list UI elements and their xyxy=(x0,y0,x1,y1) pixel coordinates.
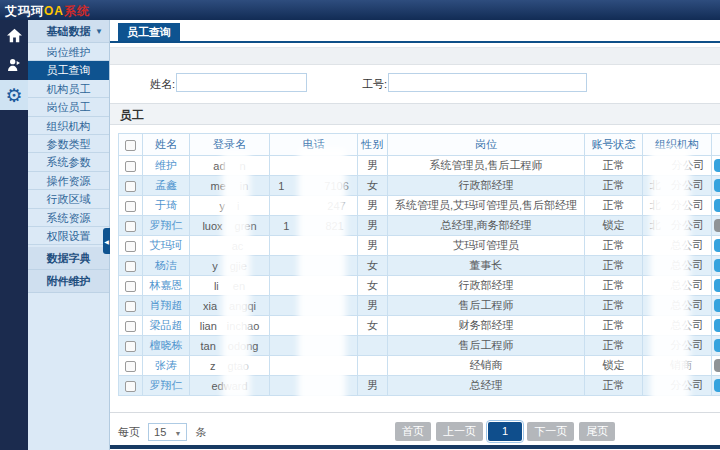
table-row: 杨洁ygjie女董事长正常总公司 xyxy=(119,256,720,276)
censored-gap xyxy=(662,368,670,369)
row-action-button[interactable] xyxy=(714,239,720,252)
sidebar-item[interactable]: 系统参数 xyxy=(28,153,109,171)
employee-name-link[interactable]: 罗翔仁 xyxy=(150,379,183,391)
row-checkbox[interactable] xyxy=(125,341,136,352)
row-action-button[interactable] xyxy=(714,199,720,212)
unit-label: 条 xyxy=(195,426,206,438)
login-visible-suffix: gjie xyxy=(230,260,247,272)
sidebar-item[interactable]: 操作资源 xyxy=(28,172,109,190)
row-action-button[interactable] xyxy=(714,299,720,312)
row-select-cell xyxy=(119,296,143,316)
status-cell: 正常 xyxy=(585,236,643,256)
row-action-button[interactable] xyxy=(714,339,720,352)
row-action-button[interactable] xyxy=(714,179,720,192)
employee-name-link[interactable]: 艾玛珂 xyxy=(150,239,183,251)
employee-name-link[interactable]: 梁品超 xyxy=(150,319,183,331)
sidebar-group-attachment[interactable]: 附件维护 xyxy=(28,270,109,293)
organization-cell: 分公司 xyxy=(643,336,712,356)
home-icon[interactable] xyxy=(0,20,28,50)
actions-cell xyxy=(712,376,720,396)
sidebar-item[interactable]: 员工查询 xyxy=(28,61,109,79)
login-visible-prefix: luox xyxy=(202,220,222,232)
employee-no-input[interactable] xyxy=(388,73,587,92)
employee-name-link[interactable]: 维护 xyxy=(155,159,177,171)
row-checkbox[interactable] xyxy=(125,361,136,372)
row-action-button[interactable] xyxy=(714,219,720,232)
employee-name-link[interactable]: 杨洁 xyxy=(155,259,177,271)
employee-name-link[interactable]: 于琦 xyxy=(155,199,177,211)
row-checkbox[interactable] xyxy=(125,321,136,332)
select-all-checkbox[interactable] xyxy=(125,140,136,151)
employee-name-link[interactable]: 肖翔超 xyxy=(150,299,183,311)
page-button[interactable]: 上一页 xyxy=(436,422,483,441)
row-checkbox[interactable] xyxy=(125,181,136,192)
page-button[interactable]: 1 xyxy=(488,422,522,441)
sidebar-item[interactable]: 权限设置 xyxy=(28,227,109,245)
row-checkbox[interactable] xyxy=(125,201,136,212)
row-checkbox[interactable] xyxy=(125,381,136,392)
sidebar-item[interactable]: 系统资源 xyxy=(28,209,109,227)
phone-visible-suffix: 7106 xyxy=(324,180,348,192)
censored-gap xyxy=(651,388,671,389)
row-action-button[interactable] xyxy=(714,379,720,392)
login-visible-prefix: y xyxy=(212,260,218,272)
row-action-button[interactable] xyxy=(714,359,720,372)
user-switch-icon[interactable] xyxy=(0,50,28,80)
gender-cell xyxy=(358,356,388,376)
row-action-button[interactable] xyxy=(714,259,720,272)
employee-name-link[interactable]: 林嘉恩 xyxy=(150,279,183,291)
row-action-button[interactable] xyxy=(714,279,720,292)
phone-visible-prefix: 1 xyxy=(283,220,289,232)
employee-name-link[interactable]: 罗翔仁 xyxy=(150,219,183,231)
select-arrow-icon: ▼ xyxy=(174,430,181,437)
settings-gear-icon[interactable]: ⚙ xyxy=(0,80,28,110)
page-button[interactable]: 尾页 xyxy=(579,422,615,441)
sidebar-item[interactable]: 行政区域 xyxy=(28,190,109,208)
tab-employee-query[interactable]: 员工查询 xyxy=(118,23,180,41)
row-checkbox[interactable] xyxy=(125,281,136,292)
censored-gap xyxy=(219,289,233,290)
row-checkbox[interactable] xyxy=(125,161,136,172)
name-cell: 杨洁 xyxy=(143,256,190,276)
login-visible-prefix: xia xyxy=(203,300,217,312)
sidebar-item[interactable]: 岗位维护 xyxy=(28,43,109,61)
row-action-button[interactable] xyxy=(714,319,720,332)
censored-gap xyxy=(216,249,232,250)
login-visible-prefix: edward xyxy=(211,380,247,392)
sidebar-item[interactable]: 组织机构 xyxy=(28,117,109,135)
org-visible-suffix: 分公司 xyxy=(671,179,704,191)
employee-name-link[interactable]: 檀晓栋 xyxy=(150,339,183,351)
page-button[interactable]: 首页 xyxy=(395,422,431,441)
row-select-cell xyxy=(119,316,143,336)
page-size-select[interactable]: 15 ▼ xyxy=(148,423,187,441)
org-visible-suffix: 总公司 xyxy=(671,299,704,311)
row-checkbox[interactable] xyxy=(125,301,136,312)
employee-name-link[interactable]: 张涛 xyxy=(155,359,177,371)
login-visible-suffix: i xyxy=(237,200,239,212)
position-cell: 艾玛珂管理员 xyxy=(388,236,585,256)
login-visible-prefix: y xyxy=(220,200,226,212)
per-page-label: 每页 xyxy=(118,426,140,438)
row-checkbox[interactable] xyxy=(125,221,136,232)
row-action-button[interactable] xyxy=(714,159,720,172)
sidebar-item[interactable]: 机构员工 xyxy=(28,80,109,98)
name-input[interactable] xyxy=(176,73,307,92)
row-checkbox[interactable] xyxy=(125,261,136,272)
bottom-accent-bar xyxy=(110,445,720,449)
name-cell: 于琦 xyxy=(143,196,190,216)
sidebar-group-data-dictionary[interactable]: 数据字典 xyxy=(28,247,109,270)
column-header: 组织机构 xyxy=(643,134,712,156)
organization-cell: 总公司 xyxy=(643,296,712,316)
sidebar-group-basic-data[interactable]: 基础数据 ▼ xyxy=(28,20,109,43)
sidebar-item[interactable]: 岗位员工 xyxy=(28,98,109,116)
position-cell: 售后工程师 xyxy=(388,296,585,316)
row-checkbox[interactable] xyxy=(125,241,136,252)
censored-gap xyxy=(218,269,230,270)
sidebar-collapse-handle[interactable]: ◀ xyxy=(103,228,110,254)
page-button[interactable]: 下一页 xyxy=(527,422,574,441)
actions-cell xyxy=(712,356,720,376)
employee-name-link[interactable]: 孟鑫 xyxy=(155,179,177,191)
login-visible-suffix: angqi xyxy=(229,300,256,312)
login-cell: xiaangqi xyxy=(190,296,270,316)
sidebar-item[interactable]: 参数类型 xyxy=(28,135,109,153)
